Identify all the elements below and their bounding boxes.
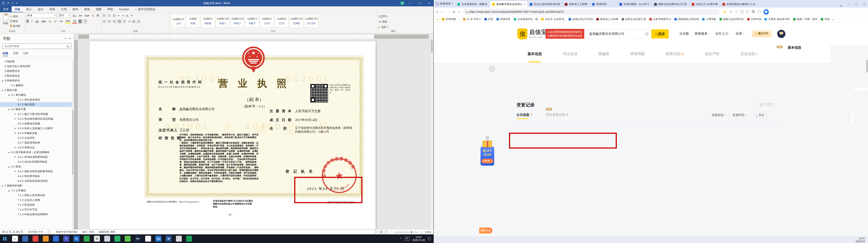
chevron-down-icon[interactable]: ▾	[65, 37, 66, 40]
redo-icon[interactable]: ↻	[11, 2, 14, 5]
style-chip[interactable]: AaBbCcI↓Ln3	[171, 14, 185, 28]
bookmark-item[interactable]: 天眼查-商业查询平	[765, 18, 790, 21]
overflow-chevrons-icon[interactable]: »	[436, 10, 438, 14]
browser-tab[interactable]: 文本差异对比 - 蜻蜓在	[455, 1, 490, 7]
numbering-icon[interactable]	[108, 14, 111, 17]
bookmark-item[interactable]: 启信宝-企业查询_	[541, 18, 565, 21]
promo-panel[interactable]: 送12个月VIP 立即抢 >	[480, 147, 494, 165]
bold-button[interactable]: B	[26, 19, 29, 23]
char-shading-button[interactable]: A	[79, 20, 82, 23]
taskbar-clock[interactable]: 14:072025/7/3	[856, 237, 868, 243]
outline-item[interactable]: 6.2.4 特种人员及施工人员要求	[0, 126, 72, 131]
outline-item[interactable]: 7.1.1 投标人基本情况表	[0, 193, 72, 198]
taskbar-app-icon[interactable]: xin	[155, 236, 161, 242]
document-scrollbar[interactable]	[431, 35, 433, 229]
outline-item[interactable]: 1 投标函	[0, 59, 72, 64]
minimize-button[interactable]: ─	[845, 1, 852, 7]
font-color-button[interactable]: A▾	[72, 19, 77, 24]
bookmark-item[interactable]: 能源一号网 - 登录	[793, 18, 817, 21]
superscript-button[interactable]: x²	[54, 20, 57, 23]
profile-tab-基本信息[interactable]: 基本信息	[527, 52, 542, 56]
collapse-arrow-icon[interactable]	[14, 156, 16, 158]
language-indicator[interactable]: 简体中文(中国大陆)	[56, 230, 78, 234]
search-options-caret[interactable]: ▾	[69, 45, 70, 47]
expand-arrow-icon[interactable]	[8, 152, 9, 153]
account-avatar[interactable]: W	[400, 1, 404, 5]
undo-icon[interactable]: ↺	[7, 2, 9, 5]
strikethrough-button[interactable]: abc	[41, 20, 46, 23]
bookmark-item[interactable]: 从 IE 中导入	[463, 18, 481, 21]
bookmark-item[interactable]: 国家企业信用信息	[719, 18, 744, 21]
become-vip-button[interactable]: V 成为VIP	[752, 30, 772, 37]
collapse-arrow-icon[interactable]	[14, 171, 16, 172]
accessibility-indicator[interactable]: 辅助功能: 调查	[99, 230, 115, 234]
outline-item[interactable]: 6.4 其他	[0, 164, 72, 169]
collapse-arrow-icon[interactable]	[14, 147, 16, 148]
increase-indent-icon[interactable]: ⇥	[122, 14, 124, 17]
outline-item[interactable]: 6.3 技术服务承诺（主要说明服务	[0, 150, 72, 155]
document-search-input[interactable]	[4, 44, 66, 48]
bookmark-item[interactable]: 在线文本比较工具	[622, 18, 646, 21]
bookmark-item[interactable]: 百度	[485, 18, 493, 21]
print-layout-icon[interactable]	[380, 231, 383, 233]
page-scrollbar-thumb[interactable]	[866, 60, 868, 72]
taskbar-app-icon[interactable]	[176, 236, 182, 242]
bookmark-item[interactable]: 中国	[821, 18, 830, 21]
company-search-value[interactable]: 盘锦鑫百顺实业有限公司	[589, 32, 624, 36]
back-icon[interactable]: ←	[441, 10, 444, 14]
outline-item[interactable]: 6.2.1 施工方案与技术措施	[0, 112, 72, 117]
style-chip[interactable]: AaBbCcD正文文本	[304, 14, 318, 28]
taskbar-app-icon[interactable]: W	[166, 236, 172, 242]
outline-item[interactable]: 6.1 单位概况	[0, 93, 72, 97]
filter-change-time[interactable]: 变更时间 ▾	[733, 113, 746, 117]
tab-stop-selector[interactable]: L	[74, 34, 78, 39]
bookmark-item[interactable]: 上网导航	[702, 18, 716, 21]
bookmark-item[interactable]: 信用中国	[747, 18, 761, 21]
profile-tab-司法涉诉[interactable]: 司法涉诉	[563, 52, 578, 56]
format-painter-button[interactable]: 格式刷	[10, 24, 20, 28]
user-avatar[interactable]	[777, 30, 785, 38]
select-button[interactable]: ▷选择▾	[379, 25, 408, 29]
bookmark-item[interactable]: 智谱清言	[496, 18, 510, 21]
browser-tab[interactable]: 百度AI搜索 - 办公学习	[617, 1, 652, 7]
style-chip[interactable]: AaBbC(正文3	[275, 14, 289, 28]
outline-item[interactable]: 6.2 服务方案	[0, 107, 72, 112]
shrink-font-button[interactable]: A▾	[78, 14, 82, 18]
qixin-logo-icon[interactable]: 信	[517, 28, 527, 39]
nav-tab-页面[interactable]: 页面	[13, 52, 18, 56]
home-icon[interactable]: ⌂	[458, 10, 460, 14]
nav-tab-标题[interactable]: 标题	[3, 52, 8, 56]
bookmark-item[interactable]: 常用书签	[442, 18, 456, 21]
outline-item[interactable]: 6.3.1 技术标准和要求响应	[0, 155, 72, 159]
taskbar-app-icon[interactable]	[33, 236, 38, 242]
outline-item[interactable]: 7.1.3 营业执照	[0, 203, 72, 207]
outline-item[interactable]: 5.1 偏离表	[0, 83, 72, 88]
browser-account-avatar[interactable]	[763, 9, 769, 14]
address-bar[interactable]: https://www.qixin.com/company/6ab8b065-2…	[463, 9, 720, 15]
filter-change-type[interactable]: 变更类型 ▾	[712, 113, 725, 117]
outline-item[interactable]: 4 投标保证金	[0, 73, 72, 78]
decrease-indent-icon[interactable]: ⇤	[118, 14, 120, 17]
document-search-box[interactable]: ▾	[2, 43, 71, 49]
vertical-ruler[interactable]	[74, 40, 78, 229]
bookmarks-overflow-icon[interactable]: »	[833, 18, 834, 21]
taskbar-app-icon[interactable]: O	[73, 236, 80, 242]
clear-search-icon[interactable]: ×	[645, 32, 649, 36]
justify-icon[interactable]	[118, 20, 121, 23]
grow-font-button[interactable]: A▴	[72, 14, 76, 18]
taskbar-app-icon[interactable]	[104, 236, 110, 242]
browser-tab[interactable]: 全国法院失信被执行人名	[720, 1, 758, 7]
ribbon-tab-设计[interactable]: 设计	[35, 6, 46, 12]
profile-icon[interactable]	[758, 10, 761, 13]
bookmark-item[interactable]: 国家税务总局全国	[674, 18, 699, 21]
browser-tab[interactable]: 智谱清言	[590, 1, 617, 7]
ribbon-tab-引用[interactable]: 引用	[58, 6, 70, 12]
share-icon[interactable]: ↗	[729, 10, 732, 14]
profile-tab-知识产权[interactable]: 知识产权	[705, 52, 719, 56]
lightning-icon[interactable]: ⚡	[723, 10, 726, 14]
style-chip[interactable]: AaBbCc正文2	[260, 14, 274, 28]
ribbon-tab-审阅[interactable]: 审阅	[81, 6, 93, 12]
horizontal-ruler[interactable]	[78, 35, 429, 39]
zoom-in-button[interactable]: +	[421, 231, 422, 234]
copy-button[interactable]: 复制	[10, 19, 20, 24]
